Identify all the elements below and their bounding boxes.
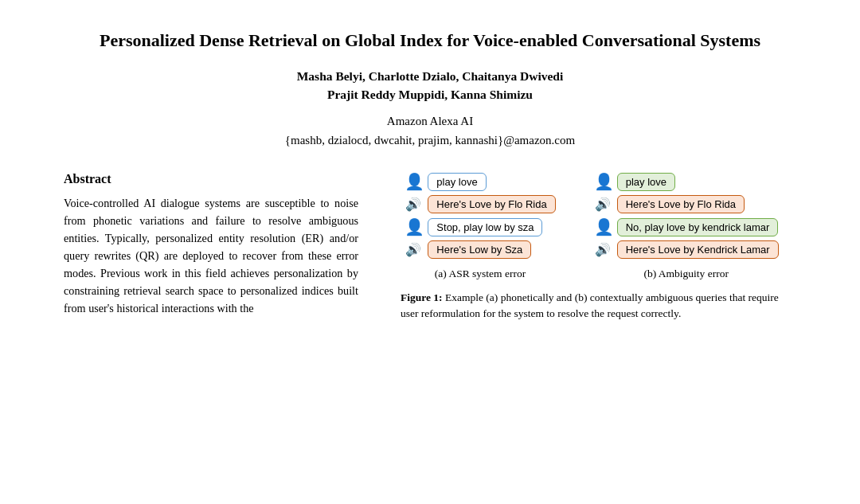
bubble-a3: Stop, play low by sza bbox=[428, 218, 542, 236]
figure-caption: Figure 1: Example (a) phonetically and (… bbox=[401, 290, 783, 322]
bubble-a1: play love bbox=[428, 173, 486, 191]
page-title: Personalized Dense Retrieval on Global I… bbox=[64, 29, 796, 53]
user-icon-b1: 👤 bbox=[594, 172, 612, 191]
diagram-b-row4: 🔊 Here's Love by Kendrick Lamar bbox=[594, 240, 779, 259]
affiliation-line1: Amazon Alexa AI bbox=[64, 111, 796, 131]
diagram-a-row1: 👤 play love bbox=[405, 172, 486, 191]
diagram-a-row2: 🔊 Here's Love by Flo Rida bbox=[405, 195, 555, 213]
speaker-icon-a4: 🔊 bbox=[405, 242, 422, 257]
authors: Masha Belyi, Charlotte Dzialo, Chaitanya… bbox=[64, 67, 796, 104]
bubble-a2: Here's Love by Flo Rida bbox=[428, 195, 555, 213]
user-icon-a3: 👤 bbox=[405, 217, 422, 236]
diagram-a-label: (a) ASR system error bbox=[405, 268, 555, 280]
bubble-b1: play love bbox=[617, 173, 675, 191]
diagram-b-label: (b) Ambiguity error bbox=[594, 268, 779, 280]
abstract-text: Voice-controlled AI dialogue systems are… bbox=[64, 194, 358, 317]
diagram-a-row3: 👤 Stop, play low by sza bbox=[405, 217, 542, 236]
abstract-title: Abstract bbox=[64, 172, 358, 186]
authors-line2: Prajit Reddy Muppidi, Kanna Shimizu bbox=[64, 85, 796, 104]
authors-line1: Masha Belyi, Charlotte Dzialo, Chaitanya… bbox=[64, 67, 796, 85]
right-column: 👤 play love 🔊 Here's Love by Flo Rida 👤 … bbox=[387, 172, 796, 322]
affiliation-line2: {mashb, dzialocd, dwcahit, prajim, kanna… bbox=[64, 131, 796, 150]
bubble-a4: Here's Low by Sza bbox=[428, 240, 531, 259]
diagram-a: 👤 play love 🔊 Here's Love by Flo Rida 👤 … bbox=[405, 172, 555, 280]
bubble-b4: Here's Love by Kendrick Lamar bbox=[617, 240, 779, 259]
bubble-b3: No, play love by kendrick lamar bbox=[617, 218, 779, 236]
speaker-icon-b4: 🔊 bbox=[594, 242, 612, 257]
left-column: Abstract Voice-controlled AI dialogue sy… bbox=[64, 172, 358, 317]
user-icon-b3: 👤 bbox=[594, 217, 612, 236]
user-icon-a1: 👤 bbox=[405, 172, 422, 191]
diagram-b-row1: 👤 play love bbox=[594, 172, 675, 191]
diagram-a-row4: 🔊 Here's Low by Sza bbox=[405, 240, 531, 259]
speaker-icon-b2: 🔊 bbox=[594, 197, 612, 212]
diagram-b: 👤 play love 🔊 Here's Love by Flo Rida 👤 … bbox=[594, 172, 779, 280]
figure-caption-text: Example (a) phonetically and (b) context… bbox=[401, 291, 779, 319]
diagram-b-row3: 👤 No, play love by kendrick lamar bbox=[594, 217, 779, 236]
figure-caption-bold: Figure 1: bbox=[401, 291, 443, 303]
speaker-icon-a2: 🔊 bbox=[405, 197, 422, 212]
affiliation: Amazon Alexa AI {mashb, dzialocd, dwcahi… bbox=[64, 111, 796, 150]
figure-area: 👤 play love 🔊 Here's Love by Flo Rida 👤 … bbox=[387, 172, 796, 322]
bubble-b2: Here's Love by Flo Rida bbox=[617, 195, 745, 213]
diagrams-row: 👤 play love 🔊 Here's Love by Flo Rida 👤 … bbox=[405, 172, 778, 280]
diagram-b-row2: 🔊 Here's Love by Flo Rida bbox=[594, 195, 745, 213]
